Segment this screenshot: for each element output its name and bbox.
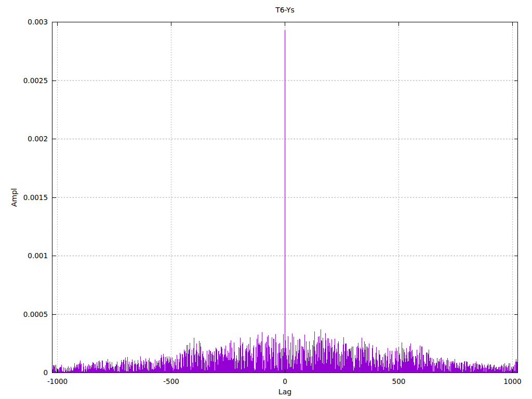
x-axis-label: Lag bbox=[52, 388, 518, 396]
y-axis-label: Ampl bbox=[8, 22, 20, 373]
series-impulses bbox=[52, 30, 518, 373]
x-tick-label: 500 bbox=[392, 377, 406, 385]
autocorrelation-plot: -1000-5000500100000.00050.0010.00150.002… bbox=[0, 0, 532, 399]
y-tick-label: 0.002 bbox=[28, 135, 48, 143]
y-tick-label: 0 bbox=[43, 368, 48, 377]
y-tick-label: 0.003 bbox=[28, 18, 48, 26]
chart-title: T6-Ys bbox=[52, 6, 518, 14]
y-tick-label: 0.0015 bbox=[23, 193, 48, 202]
chart-figure: -1000-5000500100000.00050.0010.00150.002… bbox=[0, 0, 532, 399]
y-tick-label: 0.001 bbox=[28, 251, 48, 260]
y-tick-label: 0.0005 bbox=[23, 310, 48, 318]
x-tick-label: -500 bbox=[163, 377, 179, 385]
x-tick-label: 0 bbox=[283, 377, 287, 385]
x-tick-label: 1000 bbox=[503, 377, 521, 385]
y-tick-label: 0.0025 bbox=[23, 76, 48, 85]
x-tick-label: -1000 bbox=[47, 377, 68, 385]
